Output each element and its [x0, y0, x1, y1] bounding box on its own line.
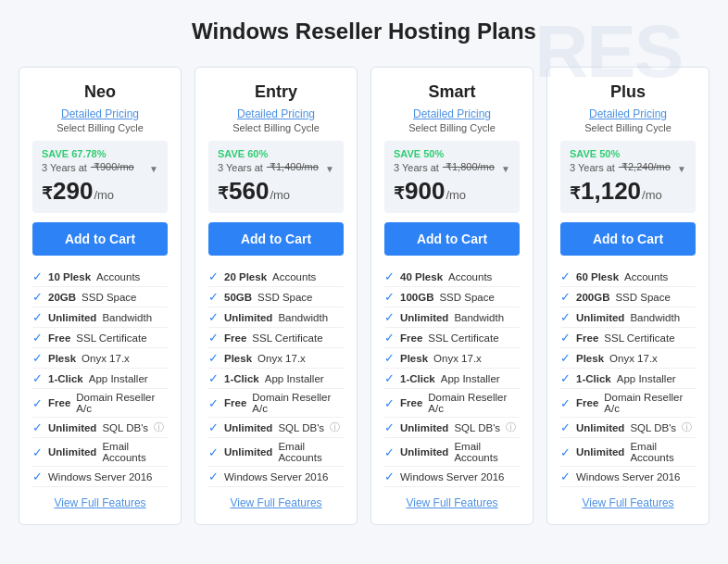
feature-bold-entry-8: Unlimited	[224, 446, 272, 457]
feature-bold-neo-3: Free	[48, 332, 70, 344]
feature-bold-smart-2: Unlimited	[400, 312, 448, 323]
feature-item-neo-3: ✓ Free SSL Certificate	[32, 328, 168, 348]
feature-item-plus-4: ✓ Plesk Onyx 17.x	[560, 348, 696, 369]
feature-check-icon-entry-9: ✓	[208, 470, 219, 483]
feature-bold-neo-0: 10 Plesk	[48, 271, 91, 282]
original-price-row-smart: 3 Years at ₹1,800/mo	[394, 161, 495, 173]
feature-item-entry-3: ✓ Free SSL Certificate	[208, 328, 344, 348]
plan-name-smart: Smart	[428, 82, 475, 102]
save-badge-smart: SAVE 50%	[394, 148, 510, 159]
feature-bold-smart-0: 40 Plesk	[400, 271, 443, 282]
feature-item-plus-3: ✓ Free SSL Certificate	[560, 328, 696, 348]
plan-name-neo: Neo	[84, 82, 116, 102]
pricing-box-plus: SAVE 50% 3 Years at ₹2,240/mo ▼ ₹1,120/m…	[560, 141, 696, 213]
info-icon-entry-7[interactable]: ⓘ	[330, 420, 340, 434]
feature-item-neo-7: ✓ Unlimited SQL DB's ⓘ	[32, 418, 168, 438]
feature-item-smart-5: ✓ 1-Click App Installer	[384, 369, 520, 389]
feature-check-icon-smart-2: ✓	[384, 310, 395, 324]
info-icon-plus-7[interactable]: ⓘ	[682, 420, 692, 434]
feature-normal-plus-9: Windows Server 2016	[576, 471, 681, 483]
feature-normal-entry-7: SQL DB's	[278, 422, 324, 433]
feature-item-neo-0: ✓ 10 Plesk Accounts	[32, 267, 168, 287]
feature-normal-neo-1: SSD Space	[82, 292, 136, 303]
detailed-pricing-link-plus[interactable]: Detailed Pricing	[589, 107, 667, 120]
feature-item-neo-6: ✓ Free Domain Reseller A/c	[32, 389, 168, 418]
billing-cycle-label-smart: Select Billing Cycle	[408, 122, 496, 133]
original-price-neo: ₹900/mo	[91, 161, 134, 173]
features-list-neo: ✓ 10 Plesk Accounts ✓ 20GB SSD Space ✓ U…	[32, 267, 168, 487]
save-badge-entry: SAVE 60%	[218, 148, 334, 159]
page-title: Windows Reseller Hosting Plans RES	[19, 19, 709, 44]
view-full-features-link-neo[interactable]: View Full Features	[54, 496, 145, 509]
detailed-pricing-link-neo[interactable]: Detailed Pricing	[61, 107, 139, 120]
info-icon-neo-7[interactable]: ⓘ	[154, 420, 164, 434]
feature-bold-entry-1: 50GB	[224, 292, 252, 303]
feature-item-plus-9: ✓ Windows Server 2016	[560, 467, 696, 487]
feature-bold-smart-1: 100GB	[400, 292, 433, 303]
per-mo-smart: /mo	[446, 188, 466, 202]
plan-card-entry: Entry Detailed Pricing Select Billing Cy…	[195, 67, 358, 525]
original-price-entry: ₹1,400/mo	[267, 161, 319, 173]
feature-check-icon-smart-0: ✓	[384, 269, 395, 283]
detailed-pricing-link-smart[interactable]: Detailed Pricing	[413, 107, 491, 120]
add-to-cart-button-smart[interactable]: Add to Cart	[384, 222, 520, 256]
feature-item-neo-9: ✓ Windows Server 2016	[32, 467, 168, 487]
view-full-features-link-smart[interactable]: View Full Features	[406, 496, 497, 509]
feature-item-entry-6: ✓ Free Domain Reseller A/c	[208, 389, 344, 418]
feature-bold-smart-3: Free	[400, 332, 422, 344]
info-icon-smart-7[interactable]: ⓘ	[506, 420, 516, 434]
dropdown-arrow-plus[interactable]: ▼	[677, 164, 686, 174]
feature-check-icon-neo-5: ✓	[32, 371, 43, 385]
feature-normal-plus-1: SSD Space	[615, 292, 670, 303]
pricing-box-entry: SAVE 60% 3 Years at ₹1,400/mo ▼ ₹560/mo	[208, 141, 344, 213]
feature-bold-entry-6: Free	[224, 397, 246, 408]
dropdown-arrow-entry[interactable]: ▼	[325, 164, 334, 174]
feature-check-icon-entry-7: ✓	[208, 420, 219, 434]
pricing-box-smart: SAVE 50% 3 Years at ₹1,800/mo ▼ ₹900/mo	[384, 141, 520, 213]
feature-item-entry-5: ✓ 1-Click App Installer	[208, 369, 344, 389]
original-price-row-entry: 3 Years at ₹1,400/mo	[218, 161, 319, 173]
feature-normal-entry-3: SSL Certificate	[252, 332, 322, 344]
add-to-cart-button-entry[interactable]: Add to Cart	[208, 222, 344, 256]
feature-item-smart-0: ✓ 40 Plesk Accounts	[384, 267, 520, 287]
feature-bold-plus-7: Unlimited	[576, 422, 624, 433]
feature-normal-neo-7: SQL DB's	[102, 422, 148, 433]
feature-normal-neo-6: Domain Reseller A/c	[76, 392, 168, 414]
feature-normal-smart-2: Bandwidth	[454, 312, 504, 323]
feature-bold-plus-3: Free	[576, 332, 598, 344]
original-duration-neo: 3 Years at	[42, 162, 87, 173]
feature-normal-plus-2: Bandwidth	[630, 312, 680, 323]
feature-item-plus-5: ✓ 1-Click App Installer	[560, 369, 696, 389]
feature-bold-smart-6: Free	[400, 397, 422, 408]
view-full-features-link-plus[interactable]: View Full Features	[582, 496, 673, 509]
feature-check-icon-smart-6: ✓	[384, 396, 395, 410]
detailed-pricing-link-entry[interactable]: Detailed Pricing	[237, 107, 315, 120]
add-to-cart-button-neo[interactable]: Add to Cart	[32, 222, 168, 256]
dropdown-arrow-smart[interactable]: ▼	[501, 164, 510, 174]
feature-check-icon-plus-1: ✓	[560, 290, 571, 304]
feature-bold-plus-8: Unlimited	[576, 446, 624, 457]
feature-normal-plus-8: Email Accounts	[630, 441, 696, 463]
feature-normal-plus-5: App Installer	[617, 373, 676, 384]
feature-normal-smart-5: App Installer	[441, 373, 500, 384]
feature-bold-neo-1: 20GB	[48, 292, 76, 303]
save-badge-plus: SAVE 50%	[570, 148, 686, 159]
feature-normal-smart-9: Windows Server 2016	[400, 471, 505, 483]
add-to-cart-button-plus[interactable]: Add to Cart	[560, 222, 696, 256]
feature-bold-entry-0: 20 Plesk	[224, 271, 267, 282]
dropdown-arrow-neo[interactable]: ▼	[149, 164, 158, 174]
plan-card-plus: Plus Detailed Pricing Select Billing Cyc…	[546, 67, 709, 525]
billing-cycle-label-neo: Select Billing Cycle	[56, 122, 144, 133]
feature-bold-entry-2: Unlimited	[224, 312, 272, 323]
feature-bold-smart-5: 1-Click	[400, 373, 435, 384]
per-mo-entry: /mo	[270, 188, 290, 202]
pricing-box-neo: SAVE 67.78% 3 Years at ₹900/mo ▼ ₹290/mo	[32, 141, 168, 213]
feature-check-icon-neo-1: ✓	[32, 290, 43, 304]
feature-item-entry-8: ✓ Unlimited Email Accounts	[208, 438, 344, 467]
per-mo-neo: /mo	[94, 188, 114, 202]
feature-item-entry-9: ✓ Windows Server 2016	[208, 467, 344, 487]
view-full-features-link-entry[interactable]: View Full Features	[230, 496, 321, 509]
feature-check-icon-entry-0: ✓	[208, 269, 219, 283]
feature-normal-entry-0: Accounts	[272, 271, 316, 282]
feature-bold-smart-8: Unlimited	[400, 446, 448, 457]
